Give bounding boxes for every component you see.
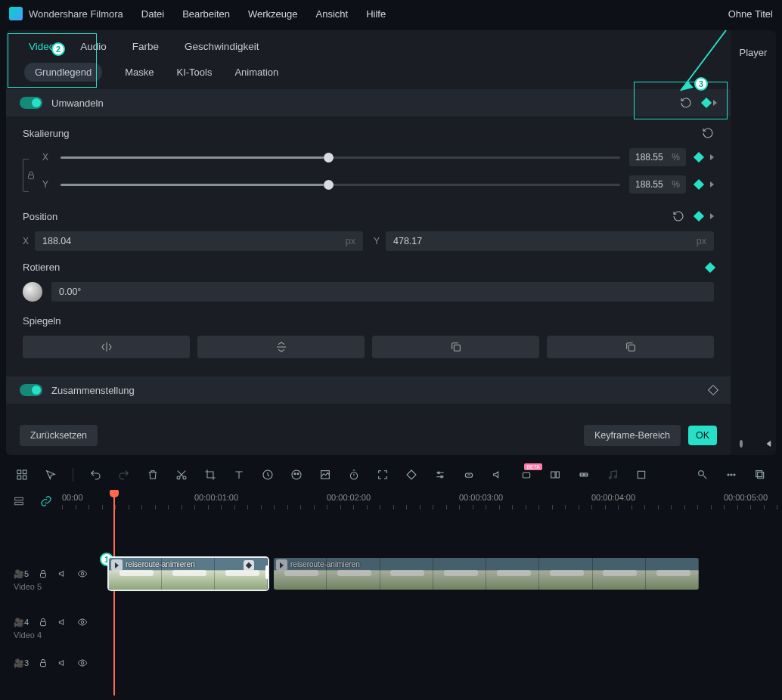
scale-y-value[interactable]: 188.55% bbox=[629, 175, 686, 194]
flip-vertical-button[interactable] bbox=[197, 336, 365, 358]
scale-x-keyframe-icon[interactable] bbox=[694, 152, 704, 163]
fx1-icon[interactable] bbox=[696, 468, 709, 482]
scale-x-value[interactable]: 188.55% bbox=[629, 148, 686, 166]
menu-view[interactable]: Ansicht bbox=[316, 8, 349, 20]
svg-point-26 bbox=[699, 471, 704, 476]
cut-icon[interactable] bbox=[175, 468, 188, 482]
scale-x-row: X 188.55% bbox=[42, 148, 714, 166]
menu-help[interactable]: Hilfe bbox=[366, 8, 386, 20]
square-icon[interactable] bbox=[635, 468, 648, 482]
delete-icon[interactable] bbox=[146, 468, 160, 482]
position-next-kf-icon[interactable] bbox=[710, 213, 714, 219]
time-ruler[interactable]: 00:00 00:00:01:00 00:00:02:00 00:00:03:0… bbox=[62, 491, 771, 519]
scale-x-next-kf-icon[interactable] bbox=[710, 154, 714, 160]
color-icon[interactable] bbox=[290, 468, 303, 482]
timeline-layout-icon[interactable] bbox=[12, 494, 26, 508]
transform-toggle[interactable] bbox=[20, 97, 42, 109]
beta-feature-icon[interactable]: BETA bbox=[520, 468, 533, 482]
composite-keyframe-icon[interactable] bbox=[708, 385, 718, 395]
timer-icon[interactable] bbox=[347, 468, 361, 482]
position-title: Position bbox=[23, 211, 57, 222]
subtab-ai-tools[interactable]: KI-Tools bbox=[176, 67, 212, 78]
group-icon[interactable] bbox=[548, 468, 562, 482]
align-icon[interactable] bbox=[577, 468, 591, 482]
undo-icon[interactable] bbox=[88, 468, 102, 482]
menu-tools[interactable]: Werkzeuge bbox=[248, 8, 298, 20]
music-icon[interactable] bbox=[606, 468, 619, 482]
cursor-icon[interactable] bbox=[44, 468, 57, 482]
controls-icon[interactable] bbox=[433, 468, 447, 482]
clip-selected[interactable]: reiseroute-animieren bbox=[109, 558, 268, 590]
track3-eye-icon[interactable] bbox=[77, 658, 88, 668]
clip-2[interactable]: reiseroute-animieren bbox=[274, 558, 699, 590]
track-eye-icon[interactable] bbox=[77, 568, 88, 579]
svg-rect-31 bbox=[756, 471, 762, 477]
subtab-animation[interactable]: Animation bbox=[234, 67, 278, 78]
subtab-mask[interactable]: Maske bbox=[125, 67, 154, 78]
tabs-secondary: Grundlegend Maske KI-Tools Animation bbox=[6, 57, 731, 89]
scale-y-slider[interactable] bbox=[61, 184, 620, 186]
subtab-basic[interactable]: Grundlegend bbox=[24, 63, 102, 82]
svg-point-35 bbox=[81, 572, 84, 575]
svg-point-28 bbox=[731, 474, 732, 475]
svg-point-27 bbox=[728, 474, 729, 475]
scale-y-keyframe-icon[interactable] bbox=[694, 179, 704, 190]
tab-video[interactable]: Video bbox=[29, 41, 54, 52]
redo-icon[interactable] bbox=[117, 468, 131, 482]
pos-x-input[interactable]: 188.04px bbox=[35, 231, 363, 251]
clip-end-handle[interactable] bbox=[265, 565, 268, 579]
record-icon[interactable] bbox=[740, 440, 743, 448]
rotate-input[interactable]: 0.00° bbox=[51, 282, 714, 302]
menu-file[interactable]: Datei bbox=[141, 8, 164, 20]
more-icon[interactable] bbox=[725, 468, 738, 482]
scale-y-row: Y 188.55% bbox=[42, 175, 714, 194]
scaling-title: Skalierung bbox=[23, 128, 69, 139]
scale-y-next-kf-icon[interactable] bbox=[710, 181, 714, 187]
track-mute-icon[interactable] bbox=[57, 568, 68, 579]
stack-icon[interactable] bbox=[753, 468, 767, 482]
timeline-link-icon[interactable] bbox=[39, 494, 53, 508]
reset-button[interactable]: Zurücksetzen bbox=[20, 425, 98, 446]
audio-icon[interactable] bbox=[491, 468, 504, 482]
copy2-button[interactable] bbox=[547, 336, 714, 358]
position-reset-icon[interactable] bbox=[672, 210, 684, 222]
ok-button[interactable]: OK bbox=[688, 426, 717, 445]
layout-icon[interactable] bbox=[15, 468, 29, 482]
track4-cam-icon: 🎥4 bbox=[14, 618, 29, 627]
position-keyframe-icon[interactable] bbox=[694, 211, 704, 221]
track3-mute-icon[interactable] bbox=[57, 658, 68, 668]
composite-toggle[interactable] bbox=[20, 384, 42, 396]
track4-lock-icon[interactable] bbox=[38, 617, 48, 627]
crop-icon[interactable] bbox=[203, 468, 217, 482]
rotate-knob[interactable] bbox=[23, 282, 42, 302]
track-cam-icon: 🎥5 bbox=[14, 569, 29, 579]
tag-icon[interactable] bbox=[405, 468, 418, 482]
menu-edit[interactable]: Bearbeiten bbox=[182, 8, 230, 20]
rotate-keyframe-icon[interactable] bbox=[705, 262, 715, 272]
lock-aspect-icon[interactable] bbox=[26, 170, 36, 181]
voice-icon[interactable] bbox=[462, 468, 476, 482]
fullscreen-icon[interactable] bbox=[376, 468, 389, 482]
track4-eye-icon[interactable] bbox=[77, 617, 88, 627]
track3-lock-icon[interactable] bbox=[38, 658, 48, 668]
tab-speed[interactable]: Geschwindigkeit bbox=[185, 41, 259, 52]
tabs-primary: Video Audio Farbe Geschwindigkeit bbox=[6, 30, 731, 57]
track-lock-icon[interactable] bbox=[38, 568, 48, 579]
tab-audio[interactable]: Audio bbox=[80, 41, 107, 52]
scaling-reset-icon[interactable] bbox=[702, 127, 714, 139]
keyframe-range-button[interactable]: Keyframe-Bereich bbox=[584, 425, 681, 446]
track4-mute-icon[interactable] bbox=[57, 617, 68, 627]
annotation-arrow bbox=[628, 30, 734, 108]
tab-color[interactable]: Farbe bbox=[132, 41, 159, 52]
adjust-icon[interactable] bbox=[318, 468, 332, 482]
scale-x-slider[interactable] bbox=[61, 156, 620, 159]
player-prev-icon[interactable] bbox=[764, 438, 774, 449]
copy1-button[interactable] bbox=[372, 336, 539, 358]
flip-horizontal-button[interactable] bbox=[23, 336, 190, 358]
svg-rect-32 bbox=[15, 497, 23, 500]
speed-icon[interactable] bbox=[261, 468, 275, 482]
scale-x-label: X bbox=[42, 152, 51, 163]
pos-x-label: X bbox=[23, 236, 29, 246]
pos-y-input[interactable]: 478.17px bbox=[386, 231, 714, 251]
text-icon[interactable] bbox=[232, 468, 246, 482]
